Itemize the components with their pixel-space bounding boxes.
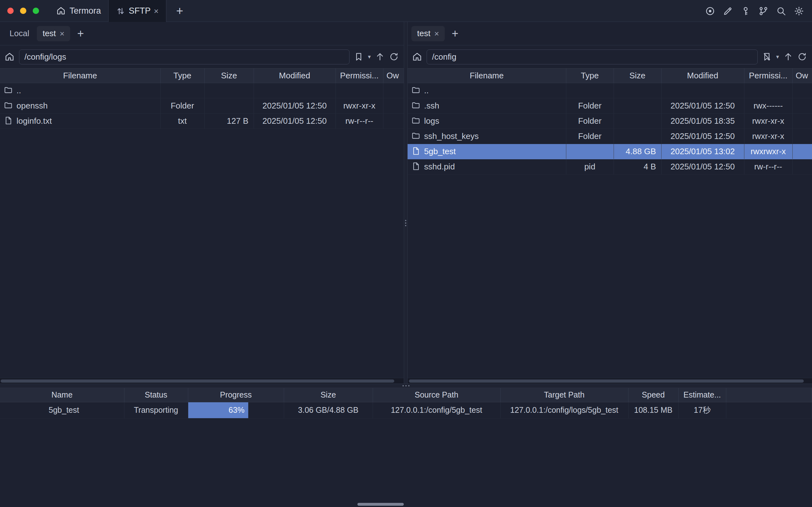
local-file-pane: Local test × + ▾ bbox=[0, 22, 404, 384]
cell-type: pid bbox=[566, 159, 613, 174]
add-tab-button[interactable]: + bbox=[447, 27, 464, 40]
zoom-window-button[interactable] bbox=[33, 8, 39, 14]
column-header-filename[interactable]: Filename bbox=[0, 68, 160, 83]
tab-close-icon[interactable]: × bbox=[60, 30, 64, 38]
column-header-size[interactable]: Size bbox=[284, 388, 373, 402]
key-button[interactable] bbox=[740, 6, 751, 16]
bookmark-dropdown-caret[interactable]: ▾ bbox=[776, 53, 779, 60]
new-window-tab-button[interactable]: + bbox=[170, 0, 189, 22]
file-row-ssh-host-keys[interactable]: ssh_host_keys Folder 2025/01/05 12:50 rw… bbox=[408, 129, 812, 144]
file-row-logs[interactable]: logs Folder 2025/01/05 18:35 rwxr-xr-x bbox=[408, 114, 812, 129]
refresh-button[interactable] bbox=[797, 52, 807, 62]
minimize-window-button[interactable] bbox=[20, 8, 26, 14]
bookmark-button[interactable] bbox=[354, 52, 364, 62]
cell-transfer-estimate: 17秒 bbox=[679, 402, 726, 418]
home-button[interactable] bbox=[4, 52, 15, 62]
column-header-modified[interactable]: Modified bbox=[661, 68, 744, 83]
left-file-table: Filename Type Size Modified Permissi... … bbox=[0, 68, 404, 129]
column-header-filename[interactable]: Filename bbox=[408, 68, 566, 83]
splitter-grip bbox=[405, 219, 406, 227]
transfer-row-5gb-test[interactable]: 5gb_test Transporting 63% 3.06 GB/4.88 G… bbox=[0, 402, 812, 418]
path-input[interactable] bbox=[427, 50, 758, 64]
column-header-progress[interactable]: Progress bbox=[188, 388, 284, 402]
column-header-name[interactable]: Name bbox=[0, 388, 124, 402]
column-header-target-path[interactable]: Target Path bbox=[500, 388, 628, 402]
refresh-button[interactable] bbox=[389, 52, 399, 62]
file-row-5gb-test-selected[interactable]: 5gb_test 4.88 GB 2025/01/05 13:02 rwxrwx… bbox=[408, 144, 812, 159]
folder-icon bbox=[4, 101, 13, 110]
cell-owner bbox=[792, 114, 812, 129]
column-header-owner[interactable]: Ow bbox=[383, 68, 404, 83]
home-icon bbox=[56, 6, 66, 15]
column-header-source-path[interactable]: Source Path bbox=[373, 388, 500, 402]
column-header-speed[interactable]: Speed bbox=[628, 388, 679, 402]
file-row-parent[interactable]: .. bbox=[0, 83, 404, 98]
cell-permissions: rw-r--r-- bbox=[744, 159, 792, 174]
tab-local-label: Local bbox=[9, 29, 29, 38]
settings-button[interactable] bbox=[794, 6, 804, 16]
column-header-permissions[interactable]: Permissi... bbox=[744, 68, 792, 83]
column-header-size[interactable]: Size bbox=[613, 68, 661, 83]
search-button[interactable] bbox=[776, 6, 787, 16]
pane-splitter[interactable] bbox=[404, 22, 408, 384]
record-button[interactable] bbox=[705, 6, 715, 16]
sftp-tab-close-icon[interactable]: × bbox=[154, 7, 158, 15]
cell-owner bbox=[792, 159, 812, 174]
branch-button[interactable] bbox=[758, 6, 769, 16]
record-icon bbox=[705, 6, 715, 16]
search-icon bbox=[776, 6, 786, 16]
column-header-filler bbox=[726, 388, 812, 402]
parent-directory-button[interactable] bbox=[783, 52, 793, 62]
left-horizontal-scrollbar[interactable] bbox=[0, 378, 404, 384]
tab-close-icon[interactable]: × bbox=[434, 30, 439, 38]
cell-permissions: rwxr-xr-x bbox=[744, 129, 792, 144]
column-header-permissions[interactable]: Permissi... bbox=[335, 68, 383, 83]
bookmark-dropdown-caret[interactable]: ▾ bbox=[368, 53, 371, 60]
transfer-panel-splitter[interactable] bbox=[0, 384, 812, 388]
tab-test-right[interactable]: test × bbox=[412, 26, 445, 41]
column-header-type[interactable]: Type bbox=[160, 68, 205, 83]
file-row-ssh[interactable]: .ssh Folder 2025/01/05 12:50 rwx------ bbox=[408, 98, 812, 114]
cell-filename: .. bbox=[408, 83, 566, 98]
left-path-actions: ▾ bbox=[354, 52, 399, 62]
titlebar-actions bbox=[705, 0, 812, 22]
progress-bar-fill: 63% bbox=[188, 402, 249, 418]
cell-size: 4.88 GB bbox=[613, 144, 661, 159]
right-horizontal-scrollbar[interactable] bbox=[408, 378, 812, 384]
column-header-status[interactable]: Status bbox=[124, 388, 188, 402]
cell-filename: loginfo.txt bbox=[0, 114, 160, 129]
bottom-mini-scrollbar[interactable] bbox=[358, 503, 404, 506]
file-row-openssh[interactable]: openssh Folder 2025/01/05 12:50 rwxr-xr-… bbox=[0, 98, 404, 114]
close-window-button[interactable] bbox=[7, 8, 14, 14]
file-row-parent[interactable]: .. bbox=[408, 83, 812, 98]
add-tab-button[interactable]: + bbox=[72, 27, 89, 40]
left-pane-tabs: Local test × + bbox=[0, 22, 404, 45]
column-header-estimate[interactable]: Estimate... bbox=[679, 388, 726, 402]
scrollbar-thumb[interactable] bbox=[409, 380, 804, 383]
column-header-owner[interactable]: Ow bbox=[792, 68, 812, 83]
column-header-modified[interactable]: Modified bbox=[254, 68, 335, 83]
cell-filename: 5gb_test bbox=[408, 144, 566, 159]
home-button[interactable] bbox=[412, 52, 422, 62]
cell-modified: 2025/01/05 12:50 bbox=[254, 98, 335, 114]
file-name: loginfo.txt bbox=[16, 116, 52, 126]
parent-directory-button[interactable] bbox=[375, 52, 385, 62]
cell-size bbox=[613, 129, 661, 144]
file-row-sshd-pid[interactable]: sshd.pid pid 4 B 2025/01/05 12:50 rw-r--… bbox=[408, 159, 812, 174]
file-name: .. bbox=[424, 86, 429, 95]
tab-sftp[interactable]: SFTP × bbox=[108, 0, 166, 22]
tab-test-left[interactable]: test × bbox=[37, 26, 70, 41]
column-header-type[interactable]: Type bbox=[566, 68, 613, 83]
right-pathbar: ▾ bbox=[408, 45, 812, 68]
edit-button[interactable] bbox=[722, 6, 733, 16]
cell-type bbox=[566, 144, 613, 159]
tab-local[interactable]: Local bbox=[4, 26, 35, 41]
cell-target-path: 127.0.0.1:/config/logs/5gb_test bbox=[500, 402, 628, 418]
app-home-tab[interactable]: Termora bbox=[56, 6, 101, 16]
path-input[interactable] bbox=[19, 50, 349, 64]
bookmark-button[interactable] bbox=[762, 52, 772, 62]
file-row-loginfo[interactable]: loginfo.txt txt 127 B 2025/01/05 12:50 r… bbox=[0, 114, 404, 129]
progress-percent-label: 63% bbox=[228, 405, 245, 415]
scrollbar-thumb[interactable] bbox=[1, 380, 394, 383]
column-header-size[interactable]: Size bbox=[205, 68, 254, 83]
